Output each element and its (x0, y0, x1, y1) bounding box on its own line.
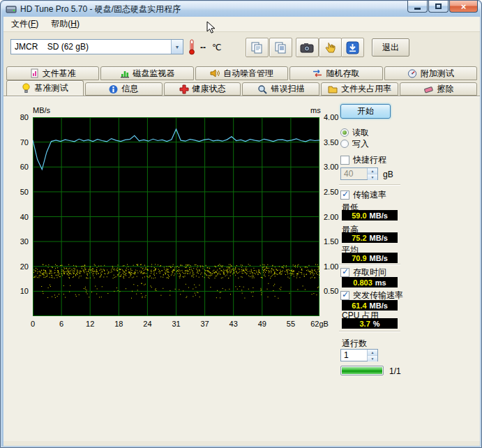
app-icon (6, 3, 17, 15)
save-button[interactable] (341, 38, 364, 57)
drive-select[interactable]: JMCR SD (62 gB) ▼ (10, 39, 183, 54)
eraser-icon (423, 84, 434, 94)
benchmark-chart (33, 117, 319, 316)
speaker-icon (210, 68, 220, 78)
transfer-rate-checkbox-icon[interactable]: ✓ (340, 191, 349, 200)
avg-value: 70.9MB/s (342, 253, 398, 263)
tab-aam[interactable]: 自动噪音管理 (195, 66, 288, 80)
copy-info-button[interactable] (246, 38, 269, 57)
progress-bar (340, 366, 384, 375)
separator (339, 184, 400, 186)
window-title: HD Tune Pro 5.70 - 硬盘/固态硬盘实用程序 (20, 3, 181, 15)
short-stroke-checkbox-icon[interactable] (340, 156, 349, 165)
folder-icon (328, 84, 338, 94)
pass-count-spinner[interactable]: 1 ▲▼ (340, 349, 378, 361)
download-icon (346, 41, 359, 54)
menubar: 文件(F) 帮助(H) (3, 17, 480, 32)
camera-icon (300, 42, 315, 54)
radio-write[interactable]: 写入 (340, 139, 369, 149)
x-ticks: 06121824313743495562gB (33, 320, 319, 329)
max-value: 75.2MB/s (342, 232, 398, 243)
benchmark-panel: MB/s ms 8070605040302010 4.003.503.002.5… (3, 96, 480, 441)
min-value: 59.0MB/s (342, 210, 398, 221)
access-time-value: 0.803ms (342, 277, 398, 288)
checkbox-short-stroke[interactable]: 快捷行程 (340, 155, 386, 165)
tab-erase[interactable]: 擦除 (400, 82, 477, 96)
checkbox-transfer-rate[interactable]: ✓ 传输速率 (340, 190, 386, 200)
thermometer-icon (188, 38, 196, 57)
radio-read-icon[interactable] (340, 128, 349, 137)
options-button[interactable] (319, 38, 342, 57)
chevron-down-icon[interactable]: ▼ (171, 40, 183, 54)
cpu-value: 3.7% (342, 318, 398, 329)
minimize-button[interactable] (407, 1, 428, 13)
tab-folder-usage[interactable]: 文件夹占用率 (321, 82, 398, 96)
y-axis-right-unit: ms (310, 106, 321, 114)
info-icon (109, 84, 118, 94)
radio-write-icon[interactable] (340, 140, 349, 148)
radio-read[interactable]: 读取 (340, 128, 369, 137)
copy-text-button[interactable] (269, 38, 292, 57)
separator (339, 331, 400, 332)
y-left-ticks: 8070605040302010 (6, 117, 30, 316)
hand-icon (324, 41, 337, 54)
file-benchmark-icon (30, 68, 39, 78)
health-cross-icon (179, 84, 189, 94)
menu-help[interactable]: 帮助(H) (45, 16, 86, 32)
tab-row-top: 文件基准 磁盘监视器 自动噪音管理 随机存取 附加测试 (3, 66, 480, 80)
temperature-value: -- (200, 43, 206, 52)
tab-extra-tests[interactable]: 附加测试 (384, 66, 477, 80)
maximize-button[interactable] (428, 1, 449, 13)
spin-up-icon[interactable]: ▲ (368, 168, 377, 174)
tab-info[interactable]: 信息 (85, 82, 163, 96)
lightbulb-icon (22, 83, 31, 94)
checkbox-access-time[interactable]: ✓ 存取时间 (340, 267, 386, 277)
app-window: HD Tune Pro 5.70 - 硬盘/固态硬盘实用程序 × 文件(F) 帮… (0, 0, 482, 448)
disk-monitor-icon (120, 68, 130, 78)
tab-row-bottom: 基准测试 信息 健康状态 错误扫描 文件夹占用率 擦除 (3, 81, 480, 96)
gauge-icon (407, 68, 417, 78)
progress-ratio: 1/1 (389, 366, 401, 376)
burst-rate-checkbox-icon[interactable]: ✓ (340, 291, 349, 300)
progress-fill (342, 367, 382, 374)
maximize-icon (435, 3, 442, 9)
exit-button[interactable]: 退出 (372, 38, 409, 57)
close-button[interactable]: × (449, 1, 478, 13)
toolbar: JMCR SD (62 gB) ▼ -- ℃ 退出 (3, 33, 480, 61)
checkbox-burst-rate[interactable]: ✓ 突发传输速率 (340, 290, 403, 300)
drive-select-value: JMCR SD (62 gB) (11, 42, 89, 52)
start-button[interactable]: 开始 (340, 104, 391, 119)
tab-error-scan[interactable]: 错误扫描 (242, 82, 319, 96)
short-stroke-spinner: 40 ▲▼ (340, 167, 378, 180)
short-stroke-unit: gB (383, 170, 393, 179)
temperature-unit: ℃ (212, 43, 221, 52)
tab-health[interactable]: 健康状态 (164, 82, 241, 96)
client-area: 文件(F) 帮助(H) JMCR SD (62 gB) ▼ -- ℃ (3, 17, 480, 446)
magnifier-icon (257, 84, 267, 94)
screenshot-button[interactable] (296, 38, 319, 57)
minimize-icon (414, 8, 421, 10)
tab-random-access[interactable]: 随机存取 (289, 66, 382, 80)
menu-file[interactable]: 文件(F) (5, 16, 45, 32)
access-time-checkbox-icon[interactable]: ✓ (340, 268, 349, 277)
spin-down-icon[interactable]: ▼ (368, 355, 377, 361)
separator (339, 264, 400, 265)
spin-up-icon[interactable]: ▲ (368, 350, 377, 355)
random-access-icon (312, 68, 322, 78)
copy-icon (250, 41, 264, 54)
burst-rate-value: 61.4MB/s (342, 300, 398, 311)
tab-disk-monitor[interactable]: 磁盘监视器 (100, 66, 193, 80)
tab-benchmark[interactable]: 基准测试 (6, 80, 84, 96)
tab-file-benchmark[interactable]: 文件基准 (6, 66, 99, 80)
pass-count-label: 通行数 (342, 338, 367, 350)
mouse-cursor (206, 21, 216, 37)
y-axis-left-unit: MB/s (33, 106, 50, 114)
spin-down-icon[interactable]: ▼ (368, 174, 377, 180)
copy-text-icon (274, 41, 287, 54)
